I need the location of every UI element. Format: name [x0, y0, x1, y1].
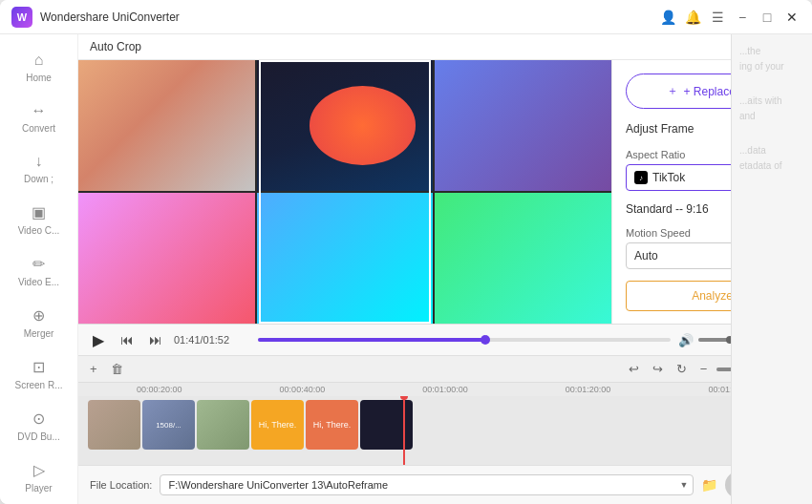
- ratio-value-text: Standard -- 9:16: [626, 202, 709, 216]
- progress-fill: [258, 338, 485, 342]
- maximize-button[interactable]: □: [759, 9, 776, 26]
- download-icon: ↓: [35, 153, 43, 170]
- sidebar-item-video-edit[interactable]: ✏ Video E...: [0, 245, 77, 297]
- menu-icon[interactable]: ☰: [709, 9, 726, 26]
- bg-line-6: etadata of: [739, 158, 804, 174]
- video-edit-icon: ✏: [32, 255, 45, 273]
- app-title: Wondershare UniConverter: [40, 10, 659, 24]
- autocrop-header: Auto Crop: [78, 34, 812, 60]
- timeline-add-button[interactable]: +: [86, 360, 101, 378]
- sidebar-item-merger[interactable]: ⊕ Merger: [0, 297, 77, 348]
- bg-text-content: ...the ing of your ...aits with and ...d…: [739, 44, 804, 174]
- video-canvas: [78, 60, 611, 324]
- sidebar-label-video-edit: Video E...: [18, 277, 59, 287]
- sidebar-label-player: Player: [25, 483, 52, 494]
- autocrop-title: Auto Crop: [90, 40, 141, 53]
- player-area: ▶ ⏮ ⏭ 01:41/01:52 🔊: [78, 324, 812, 465]
- clip-5[interactable]: Hi, There.: [306, 400, 358, 450]
- adjust-frame-label: Adjust Frame: [626, 122, 694, 136]
- autocrop-panel: Auto Crop Feedback: [78, 34, 812, 504]
- sidebar-item-download[interactable]: ↓ Down ;: [0, 143, 77, 194]
- bg-line-3: ...aits with: [739, 94, 804, 109]
- tiktok-platform-icon: ♪: [634, 171, 648, 184]
- file-path-dropdown[interactable]: F:\Wondershare UniConverter 13\AutoRefra…: [160, 474, 694, 495]
- timeline-ruler: 00:00:20:00 00:00:40:00 00:01:00:00 00:0…: [78, 383, 812, 396]
- bg-line-4: and: [739, 109, 804, 124]
- app-logo: W: [11, 7, 32, 28]
- video-thumb-4: [78, 193, 255, 324]
- title-bar: W Wondershare UniConverter 👤 🔔 ☰ − □ ✕: [0, 0, 812, 34]
- progress-thumb: [481, 335, 490, 345]
- folder-browse-button[interactable]: 📁: [701, 477, 717, 493]
- video-preview: [78, 60, 611, 324]
- bg-panel: ...the ing of your ...aits with and ...d…: [731, 34, 812, 504]
- sidebar-label-screen-rec: Screen R...: [14, 380, 62, 390]
- video-thumb-6: [435, 193, 611, 324]
- player-controls: ▶ ⏮ ⏭ 01:41/01:52 🔊: [78, 325, 812, 356]
- bg-line-5: ...data: [739, 143, 804, 158]
- dvd-icon: ⊙: [32, 410, 45, 428]
- loop-button[interactable]: ↻: [673, 360, 691, 378]
- sidebar-item-home[interactable]: ⌂ Home: [0, 42, 77, 93]
- play-button[interactable]: ▶: [88, 329, 109, 350]
- sidebar-label-dvd: DVD Bu...: [17, 431, 59, 442]
- timeline-delete-button[interactable]: 🗑: [107, 360, 127, 378]
- aspect-ratio-value: TikTok: [652, 171, 685, 184]
- progress-bar[interactable]: [258, 338, 671, 342]
- video-compress-icon: ▣: [32, 203, 46, 221]
- app-body: ⌂ Home ↔ Convert ↓ Down ; ▣ Video C... ✏…: [0, 34, 812, 504]
- ruler-mark-4: 00:01:20:00: [517, 385, 660, 394]
- clip-2[interactable]: 1508/...: [142, 400, 195, 450]
- sidebar-item-player[interactable]: ▷ Player: [0, 452, 77, 503]
- logo-letter: W: [17, 11, 27, 23]
- bell-icon[interactable]: 🔔: [684, 9, 701, 26]
- replace-file-plus-icon: ＋: [667, 83, 678, 99]
- sidebar-label-download: Down ;: [24, 174, 53, 184]
- main-track: 1508/... Hi, There. Hi, There.: [78, 396, 812, 453]
- bg-line-1: ...the: [739, 44, 804, 59]
- sidebar-item-dvd[interactable]: ⊙ DVD Bu...: [0, 400, 77, 452]
- sidebar-item-video-compress[interactable]: ▣ Video C...: [0, 194, 77, 245]
- sidebar-label-home: Home: [26, 73, 52, 83]
- volume-icon: 🔊: [678, 333, 694, 347]
- sidebar-label-merger: Merger: [24, 328, 54, 339]
- zoom-out-button[interactable]: −: [696, 360, 712, 378]
- editor-area: ＋ + Replace File Adjust Frame Aspect Rat…: [78, 60, 812, 324]
- undo-button[interactable]: ↩: [625, 360, 643, 378]
- main-content: Auto Crop Feedback: [78, 34, 812, 504]
- ruler-mark-2: 00:00:40:00: [231, 385, 374, 394]
- ruler-mark-1: 00:00:20:00: [88, 385, 231, 394]
- redo-button[interactable]: ↪: [649, 360, 667, 378]
- video-thumb-5: [257, 193, 434, 324]
- merger-icon: ⊕: [32, 306, 45, 325]
- convert-icon: ↔: [32, 102, 47, 119]
- close-button[interactable]: ✕: [783, 9, 801, 26]
- home-icon: ⌂: [34, 52, 44, 69]
- bg-line-2: ing of your: [739, 59, 804, 74]
- clip-4[interactable]: Hi, There.: [251, 400, 304, 450]
- video-thumb-2: [257, 60, 434, 191]
- sidebar-item-convert[interactable]: ↔ Convert: [0, 93, 77, 143]
- sidebar-item-screen-rec[interactable]: ⊡ Screen R...: [0, 348, 77, 400]
- prev-frame-button[interactable]: ⏮: [117, 330, 138, 349]
- file-location-label: File Location:: [90, 479, 152, 491]
- screen-rec-icon: ⊡: [32, 358, 45, 376]
- user-icon[interactable]: 👤: [659, 9, 676, 26]
- sidebar-label-video-compress: Video C...: [18, 225, 60, 236]
- sidebar-label-convert: Convert: [22, 123, 55, 134]
- clip-3[interactable]: [197, 400, 249, 450]
- timeline-tracks: 1508/... Hi, There. Hi, There.: [78, 396, 812, 465]
- next-frame-button[interactable]: ⏭: [145, 330, 166, 349]
- minimize-button[interactable]: −: [734, 9, 751, 26]
- clip-1[interactable]: [88, 400, 140, 450]
- window-controls: 👤 🔔 ☰ − □ ✕: [659, 9, 801, 26]
- bottom-bar: File Location: F:\Wondershare UniConvert…: [78, 465, 812, 504]
- video-thumb-1: [78, 60, 255, 191]
- ruler-mark-3: 00:01:00:00: [374, 385, 517, 394]
- playhead: [403, 396, 405, 465]
- video-thumb-3: [435, 60, 611, 191]
- clip-2-label: 1508/...: [156, 421, 182, 430]
- main-window: W Wondershare UniConverter 👤 🔔 ☰ − □ ✕ ⌂…: [0, 0, 812, 504]
- file-path-container: F:\Wondershare UniConverter 13\AutoRefra…: [160, 474, 694, 495]
- time-display: 01:41/01:52: [174, 334, 250, 346]
